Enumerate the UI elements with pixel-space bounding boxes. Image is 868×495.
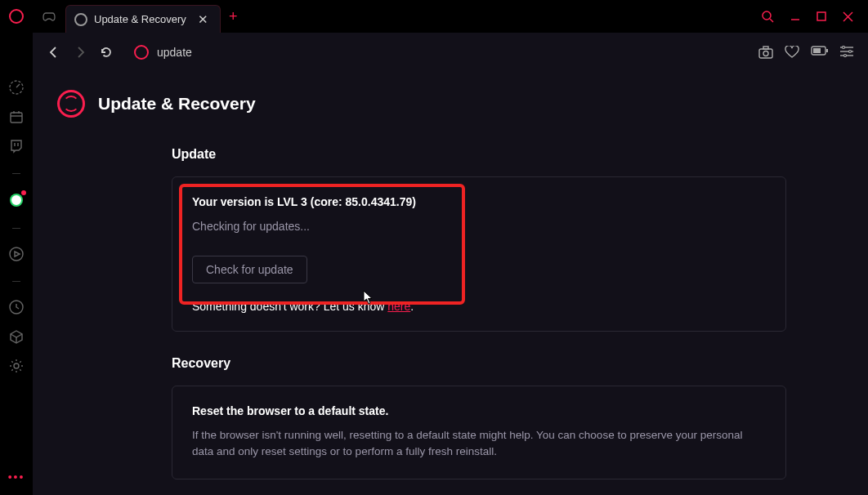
back-button[interactable] [41, 39, 67, 65]
recovery-body: If the browser isn't running well, reset… [192, 427, 766, 461]
version-core: (core: 85.0.4341.79) [311, 195, 416, 208]
sidebar-separator: — [12, 223, 20, 232]
svg-rect-8 [763, 47, 768, 49]
search-icon[interactable] [761, 10, 774, 23]
minimize-button[interactable] [790, 11, 800, 21]
close-button[interactable] [843, 11, 853, 22]
version-line: Your version is LVL 3 (core: 85.0.4341.7… [192, 195, 766, 208]
titlebar-left: Update & Recovery ✕ + [0, 0, 246, 33]
svg-point-25 [10, 247, 23, 261]
opera-logo-icon [9, 9, 24, 24]
update-status: Checking for updates... [192, 220, 766, 233]
version-prefix: Your version is [192, 195, 274, 208]
svg-rect-6 [759, 49, 772, 58]
maximize-button[interactable] [817, 11, 826, 21]
sidebar-cube-icon[interactable] [0, 329, 33, 344]
battery-icon[interactable] [811, 46, 829, 59]
window-controls [761, 0, 868, 33]
help-link[interactable]: here [387, 300, 410, 313]
recovery-heading: Reset the browser to a default state. [192, 404, 766, 417]
update-card: Your version is LVL 3 (core: 85.0.4341.7… [172, 176, 786, 332]
navbar-right-icons [758, 46, 860, 59]
sidebar-settings-icon[interactable] [0, 359, 33, 373]
heart-icon[interactable] [785, 46, 799, 59]
sidebar-whatsapp-icon[interactable] [0, 192, 33, 208]
opera-logo-icon [57, 90, 85, 118]
sidebar-twitch-icon[interactable] [0, 139, 33, 154]
help-suffix: . [410, 300, 414, 313]
svg-line-19 [16, 84, 20, 87]
address-bar[interactable]: update [157, 46, 758, 59]
svg-point-30 [14, 363, 19, 368]
svg-point-0 [763, 11, 771, 20]
sidebar-separator: — [12, 168, 20, 177]
easy-setup-icon[interactable] [840, 46, 853, 59]
recovery-card: Reset the browser to a default state. If… [172, 386, 786, 479]
sidebar-more-button[interactable]: ••• [0, 470, 33, 484]
sidebar-history-icon[interactable] [0, 300, 33, 314]
svg-point-7 [763, 51, 768, 56]
sidebar-speed-dial-icon[interactable] [0, 80, 33, 95]
workspace-switcher[interactable] [33, 0, 65, 33]
tab-favicon-icon [74, 13, 87, 26]
help-text: Something doesn't work? Let us know [192, 300, 387, 313]
page-header: Update & Recovery [57, 90, 843, 118]
help-line: Something doesn't work? Let us know here… [192, 300, 766, 313]
browser-tab[interactable]: Update & Recovery ✕ [65, 5, 221, 33]
notification-badge-icon [21, 190, 26, 195]
svg-rect-3 [817, 12, 825, 20]
svg-point-17 [844, 55, 847, 57]
tab-title: Update & Recovery [94, 13, 195, 25]
svg-point-15 [849, 51, 852, 53]
opera-menu-button[interactable] [0, 0, 33, 33]
check-for-update-button[interactable]: Check for update [192, 256, 307, 283]
new-tab-button[interactable]: + [221, 8, 246, 25]
content: Update & Recovery Update Your version is… [33, 72, 868, 495]
update-section: Update Your version is LVL 3 (core: 85.0… [172, 147, 786, 332]
controller-icon [43, 11, 56, 22]
reload-button[interactable] [93, 39, 119, 65]
page-title: Update & Recovery [98, 94, 256, 114]
site-identity-icon[interactable] [134, 45, 149, 60]
svg-rect-10 [813, 48, 821, 53]
svg-rect-20 [11, 113, 22, 123]
svg-rect-11 [826, 49, 828, 52]
svg-marker-26 [15, 252, 20, 256]
sidebar-player-icon[interactable] [0, 247, 33, 261]
navbar: update [33, 33, 868, 72]
version-level: LVL 3 [277, 195, 307, 208]
main-wrap: — — — ••• Update & Recovery Update Your … [0, 72, 868, 495]
titlebar: Update & Recovery ✕ + [0, 0, 868, 33]
recovery-section: Recovery Reset the browser to a default … [172, 356, 786, 479]
svg-line-1 [770, 19, 773, 22]
sidebar-calendar-icon[interactable] [0, 109, 33, 124]
recovery-section-title: Recovery [172, 356, 786, 371]
sidebar-separator: — [12, 276, 20, 285]
sidebar: — — — ••• [0, 72, 33, 495]
tab-close-button[interactable]: ✕ [195, 12, 212, 27]
snapshot-icon[interactable] [758, 46, 773, 59]
forward-button[interactable] [67, 39, 93, 65]
svg-point-13 [843, 47, 845, 49]
update-section-title: Update [172, 147, 786, 162]
